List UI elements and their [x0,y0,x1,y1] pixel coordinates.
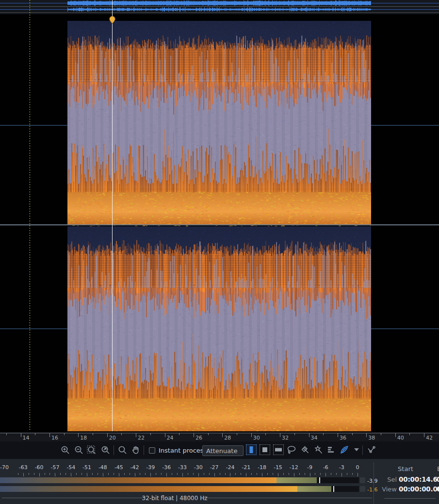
meter-scale-label: -24 [226,464,234,471]
zoom-fit-button[interactable] [100,444,112,457]
meter-scale-tick [198,473,199,476]
timeline-tick [251,433,252,437]
meter-scale-tick [336,473,337,475]
timeline-tick [208,433,209,435]
overview-row-divider [0,6,439,7]
meter-scale-tick [305,473,305,475]
lasso-selection-tool-button[interactable] [286,444,297,455]
meter-bar-segment [0,477,276,483]
meter-scale-label: -36 [162,464,171,471]
time-selection-tool-button[interactable] [246,444,257,455]
view-start-value[interactable]: 00:00:00.000 [399,485,439,493]
meter-scale-tick [65,473,66,475]
timeline-tick-label: 28 [224,435,231,441]
magic-wand-tool-button[interactable] [313,444,324,455]
meter-scale-tick [29,473,29,475]
meter-scale-tick [273,473,273,475]
selection-start-marker[interactable] [30,0,30,431]
meter-scale-tick [177,473,178,475]
meter-scale-tick [188,473,188,475]
selection-row-label: Sel [374,476,397,483]
meter-scale-tick [214,473,215,476]
timeline-tick [338,433,338,437]
instant-process-checkbox[interactable] [149,447,155,454]
process-module-dropdown[interactable]: Attenuate [202,445,244,456]
time-frequency-selection-tool-button[interactable] [260,444,270,455]
meter-scale-tick [71,473,71,476]
timeline-tick-label: 32 [282,435,289,441]
meter-scale-tick [156,473,156,475]
adaptive-selection-tool-button[interactable] [326,444,337,455]
overview-strip[interactable] [0,0,439,15]
timeline-tick [6,433,7,435]
spectrogram-view[interactable] [0,15,439,433]
toolbar-separator [362,445,363,455]
meter-scale-tick [145,473,146,475]
brush-selection-tool-button[interactable] [300,444,310,455]
selection-start-value[interactable]: 00:00:14.613 [399,475,439,483]
meter-scale-tick [315,473,315,475]
clip-indicator-channel2[interactable] [360,486,365,492]
timeline-tick [49,433,50,437]
meter-scale-tick [347,473,347,475]
timeline-tick [35,433,35,435]
timeline-tick [93,433,93,435]
timeline-tick [21,433,21,437]
zoom-out-button[interactable] [73,444,85,457]
meter-scale-label: -15 [274,464,282,471]
spectrogram-canvas[interactable] [67,21,371,431]
timeline-tick-label: 24 [167,435,174,441]
feather-tool-button[interactable] [339,444,350,455]
meter-scale-tick [235,473,236,475]
meter-scale-tick [34,473,34,475]
meter-scale-tick [60,473,61,475]
view-row-label: View [374,486,397,493]
meter-scale-label: -45 [114,464,123,471]
meter-scale-tick [135,473,135,476]
draw-curve-tool-button[interactable] [366,444,376,455]
playhead-pin[interactable] [109,16,115,24]
timeline-tick [395,433,396,437]
timeline-ruler[interactable]: 141618202224262830323436384042 [0,433,439,441]
meter-scale-tick [320,473,321,475]
zoom-in-button[interactable] [60,444,71,457]
file-format-info: 32-bit float | 48000 Hz [142,495,207,502]
frequency-selection-tool-button[interactable] [273,444,284,455]
meter-scale-tick [294,473,294,476]
meter-bar-segment [297,486,331,492]
timeline-tick-label: 22 [138,435,145,441]
meter-scale-tick [225,473,226,475]
playhead-line[interactable] [112,0,113,431]
meter-scale-tick [45,473,45,475]
hand-pan-tool-button[interactable] [130,444,142,457]
zoom-selection-button[interactable] [86,444,98,457]
meter-scale-tick [55,473,55,476]
meter-scale-tick [278,473,278,476]
meter-scale-tick [289,473,289,475]
search-zoom-tool-button[interactable] [117,444,129,457]
timeline-tick-label: 18 [80,435,87,441]
meter-scale-tick [119,473,119,476]
clip-indicator-channel1[interactable] [360,477,365,483]
meter-scale-label: -51 [82,464,91,471]
meter-scale-tick [209,473,210,475]
meter-scale-tick [246,473,246,476]
timeline-tick [222,433,223,437]
meter-scale-tick [130,473,130,475]
timeline-tick-label: 26 [195,435,202,441]
timeline-tick [294,433,295,435]
meter-scale-tick [124,473,125,475]
meter-scale-tick [49,473,50,475]
timeline-tick [78,433,79,437]
timeline-tick-label: 42 [426,435,433,441]
timeline-tick [265,433,266,435]
timeline-tick [194,433,194,437]
meter-scale-tick [262,473,262,476]
selection-end-value-clipped: 0 [437,475,439,483]
process-module-value: Attenuate [206,447,237,455]
meter-scale-label: -33 [178,464,187,471]
feather-dropdown-arrow[interactable] [351,444,362,455]
audio-editor-window: 141618202224262830323436384042 [0,0,439,504]
meter-scale-label: -48 [98,464,107,471]
meter-scale-tick [341,473,342,476]
